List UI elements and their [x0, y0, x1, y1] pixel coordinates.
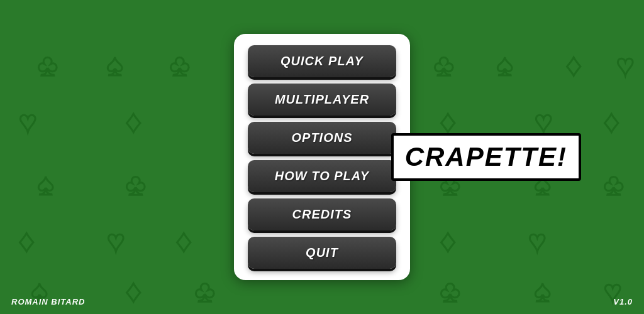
suit-decoration: ♥	[528, 226, 547, 256]
game-title-text: CRAPETTE!	[405, 142, 567, 171]
suit-decoration: ♥	[535, 107, 553, 137]
suit-decoration: ♠	[38, 170, 54, 200]
suit-decoration: ♦	[126, 276, 142, 306]
game-title-box: CRAPETTE!	[391, 133, 581, 181]
suit-decoration: ♠	[107, 50, 123, 80]
suit-decoration: ♦	[176, 226, 192, 256]
options-button[interactable]: OPTIONS	[248, 122, 396, 154]
suit-decoration: ♥	[616, 50, 635, 80]
how-to-play-button[interactable]: HOW TO PLAY	[248, 160, 396, 192]
suit-decoration: ♦	[604, 107, 619, 137]
multiplayer-button[interactable]: MULTIPLAYER	[248, 84, 396, 116]
credits-button[interactable]: CREDITS	[248, 198, 396, 230]
suit-decoration: ♠	[535, 276, 551, 306]
suit-decoration: ♣	[195, 276, 215, 306]
main-menu: QUICK PLAYMULTIPLAYEROPTIONSHOW TO PLAYC…	[234, 34, 410, 280]
suit-decoration: ♦	[566, 50, 582, 80]
suit-decoration: ♥	[107, 226, 125, 256]
suit-decoration: ♦	[126, 107, 142, 137]
suit-decoration: ♣	[604, 170, 624, 200]
suit-decoration: ♣	[126, 170, 146, 200]
quit-button[interactable]: QUIT	[248, 237, 396, 269]
suit-decoration: ♣	[38, 50, 58, 80]
quick-play-button[interactable]: QUICK PLAY	[248, 45, 396, 77]
suit-decoration: ♥	[19, 107, 37, 137]
suit-decoration: ♦	[440, 107, 456, 137]
suit-decoration: ♣	[434, 50, 454, 80]
suit-decoration: ♣	[440, 276, 460, 306]
version-label: V1.0	[613, 297, 633, 306]
suit-decoration: ♦	[440, 226, 456, 256]
suit-decoration: ♠	[497, 50, 513, 80]
suit-decoration: ♦	[19, 226, 35, 256]
suit-decoration: ♣	[170, 50, 190, 80]
author-label: ROMAIN BITARD	[11, 297, 85, 306]
